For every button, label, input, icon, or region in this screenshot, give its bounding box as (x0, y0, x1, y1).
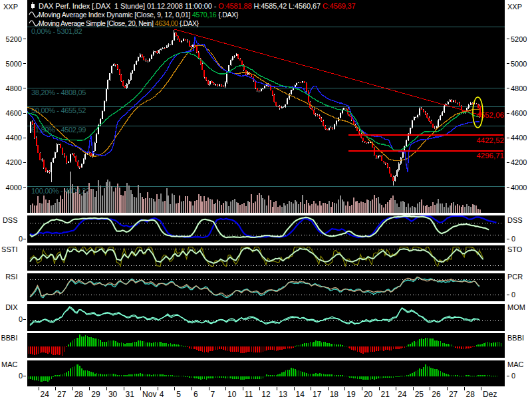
svg-text:26: 26 (432, 390, 441, 399)
svg-text:27: 27 (57, 390, 66, 399)
svg-text:4200: 4200 (511, 158, 527, 166)
svg-text:21: 21 (381, 390, 390, 399)
svg-text:4800: 4800 (511, 84, 527, 92)
svg-text:MOM: MOM (507, 303, 525, 311)
svg-text:5200: 5200 (6, 35, 22, 43)
svg-text:11: 11 (245, 390, 253, 399)
svg-text:BBBI: BBBI (1, 334, 17, 342)
svg-text:4600: 4600 (511, 109, 527, 117)
svg-text:MAC: MAC (507, 360, 524, 368)
svg-text:PCR: PCR (507, 273, 523, 281)
svg-text:0,00% - 5301,82: 0,00% - 5301,82 (31, 27, 82, 35)
svg-text:0: 0 (511, 372, 515, 380)
svg-text:19: 19 (346, 390, 356, 399)
svg-text:18: 18 (330, 390, 339, 399)
svg-text:4200: 4200 (6, 158, 22, 166)
svg-text:4400: 4400 (511, 134, 527, 142)
svg-text:10: 10 (227, 390, 237, 399)
svg-text:4: 4 (160, 390, 164, 399)
svg-text:STO: STO (507, 245, 523, 253)
svg-text:DSS: DSS (3, 216, 18, 224)
svg-text:5200: 5200 (511, 35, 527, 43)
svg-text:6: 6 (194, 390, 198, 399)
svg-text:30: 30 (108, 390, 118, 399)
svg-text:0: 0 (511, 235, 515, 243)
svg-text:27: 27 (449, 390, 458, 399)
svg-text:XXP: XXP (507, 3, 522, 11)
svg-text:4000: 4000 (511, 184, 527, 192)
svg-text:0: 0 (511, 291, 515, 299)
svg-text:MAC: MAC (1, 360, 18, 368)
svg-text:14: 14 (296, 390, 305, 399)
svg-text:24: 24 (41, 390, 50, 399)
svg-text:100,00% - 4009,22: 100,00% - 4009,22 (31, 187, 90, 195)
svg-text:SSTI: SSTI (1, 245, 17, 253)
svg-text:4600: 4600 (6, 109, 22, 117)
svg-text:Nov: Nov (142, 390, 156, 399)
svg-text:5000: 5000 (6, 60, 22, 68)
svg-text:38,20% - 4808,05: 38,20% - 4808,05 (31, 88, 86, 96)
svg-text:28: 28 (466, 390, 475, 399)
svg-text:25: 25 (415, 390, 424, 399)
svg-text:4400: 4400 (6, 134, 22, 142)
svg-text:0: 0 (19, 315, 23, 323)
svg-text:0: 0 (19, 372, 23, 380)
svg-text:17: 17 (313, 390, 322, 399)
svg-text:24: 24 (398, 390, 407, 399)
svg-text:0: 0 (19, 235, 23, 243)
svg-text:Moving Average Simple [Close,: Moving Average Simple [Close, 20, Nein] … (39, 19, 200, 27)
svg-text:12: 12 (261, 390, 271, 399)
svg-text:RSI: RSI (5, 273, 17, 281)
svg-text:5: 5 (176, 390, 181, 399)
svg-text:XXP: XXP (3, 3, 18, 11)
svg-text:29: 29 (91, 390, 100, 399)
svg-text:Moving Average Index Dynamic [: Moving Average Index Dynamic [Close, 9, … (39, 11, 239, 19)
svg-text:13: 13 (279, 390, 288, 399)
svg-text:4800: 4800 (6, 84, 22, 92)
svg-text:4000: 4000 (6, 184, 22, 192)
svg-text:28: 28 (74, 390, 84, 399)
svg-text:7: 7 (211, 390, 215, 399)
svg-text:Dez: Dez (483, 390, 497, 399)
svg-text:DIX: DIX (5, 303, 18, 311)
svg-text:DAX Perf. Index [.DAX 1 Stund: DAX Perf. Index [.DAX 1 Stunde] 01.12.20… (39, 2, 356, 10)
svg-text:31: 31 (126, 390, 135, 399)
svg-text:4422,52: 4422,52 (476, 136, 504, 144)
svg-text:4296,71: 4296,71 (476, 152, 504, 160)
svg-text:20: 20 (364, 390, 373, 399)
svg-text:DSS: DSS (507, 216, 523, 224)
svg-text:4552,06: 4552,06 (476, 111, 504, 119)
svg-text:5000: 5000 (511, 60, 527, 68)
svg-text:BBBI: BBBI (507, 334, 524, 342)
